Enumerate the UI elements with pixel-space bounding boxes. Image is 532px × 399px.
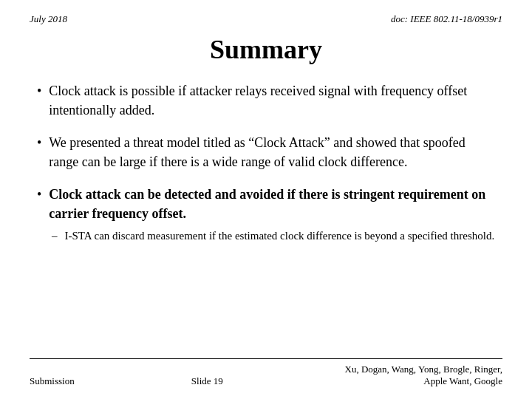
list-item-sub: – I-STA can discard measurement if the e…: [37, 228, 495, 245]
header-doc: doc: IEEE 802.11-18/0939r1: [391, 13, 502, 25]
footer-authors: Xu, Dogan, Wang, Yong, Brogle, Ringer, A…: [340, 364, 502, 387]
sub-bullet-icon: –: [52, 228, 58, 245]
footer-submission: Submission: [30, 375, 75, 387]
bullet-icon: •: [37, 185, 41, 204]
list-item: • We presented a threat model titled as …: [37, 133, 495, 171]
bullet-text: Clock attack is possible if attacker rel…: [49, 81, 495, 120]
sub-bullet-text: I-STA can discard measurement if the est…: [65, 228, 495, 245]
slide-header: July 2018 doc: IEEE 802.11-18/0939r1: [30, 13, 502, 25]
bullet-icon: •: [37, 82, 41, 100]
list-item-main: • Clock attack can be detected and avoid…: [37, 185, 495, 223]
bullet-text-bold: Clock attack can be detected and avoided…: [49, 185, 495, 223]
slide-title: Summary: [30, 34, 502, 65]
list-item: • Clock attack can be detected and avoid…: [37, 185, 495, 244]
slide: July 2018 doc: IEEE 802.11-18/0939r1 Sum…: [0, 0, 532, 399]
list-item: • Clock attack is possible if attacker r…: [37, 81, 495, 120]
bullet-icon: •: [37, 134, 41, 152]
bullet-text: We presented a threat model titled as “C…: [49, 133, 495, 171]
slide-content: • Clock attack is possible if attacker r…: [30, 81, 502, 351]
slide-footer: Submission Slide 19 Xu, Dogan, Wang, Yon…: [30, 358, 502, 387]
header-date: July 2018: [30, 13, 67, 25]
footer-slide-number: Slide 19: [191, 375, 223, 387]
